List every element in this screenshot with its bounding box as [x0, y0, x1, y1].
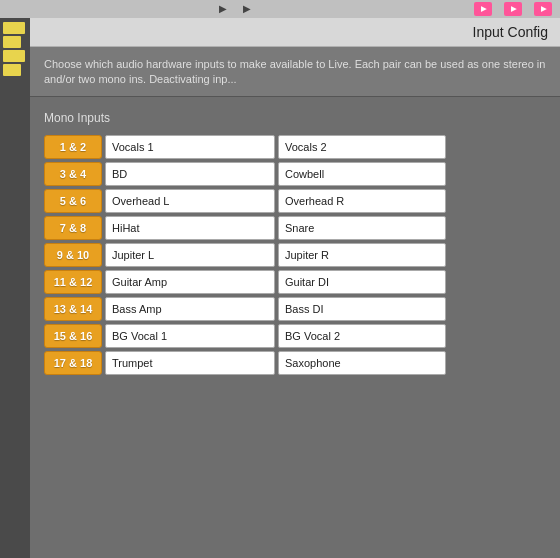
input-left-5[interactable]: Guitar Amp: [105, 270, 275, 294]
input-row: 3 & 4BDCowbell: [44, 162, 546, 186]
input-row: 11 & 12Guitar AmpGuitar DI: [44, 270, 546, 294]
transport-area: ▶ ▶: [8, 3, 462, 14]
input-right-6[interactable]: Bass DI: [278, 297, 446, 321]
input-right-7[interactable]: BG Vocal 2: [278, 324, 446, 348]
input-right-2[interactable]: Overhead R: [278, 189, 446, 213]
input-right-4[interactable]: Jupiter R: [278, 243, 446, 267]
channel-button-0[interactable]: 1 & 2: [44, 135, 102, 159]
pink-btn-3[interactable]: ▶: [534, 2, 552, 16]
input-left-2[interactable]: Overhead L: [105, 189, 275, 213]
input-left-0[interactable]: Vocals 1: [105, 135, 275, 159]
input-row: 1 & 2Vocals 1Vocals 2: [44, 135, 546, 159]
channel-button-3[interactable]: 7 & 8: [44, 216, 102, 240]
left-sidebar: [0, 18, 30, 558]
input-row: 15 & 16BG Vocal 1BG Vocal 2: [44, 324, 546, 348]
channel-button-8[interactable]: 17 & 18: [44, 351, 102, 375]
input-left-4[interactable]: Jupiter L: [105, 243, 275, 267]
input-left-1[interactable]: BD: [105, 162, 275, 186]
description-text: Choose which audio hardware inputs to ma…: [44, 58, 545, 85]
pink-btn-2[interactable]: ▶: [504, 2, 522, 16]
input-right-0[interactable]: Vocals 2: [278, 135, 446, 159]
channel-button-6[interactable]: 13 & 14: [44, 297, 102, 321]
sidebar-track-bar: [3, 64, 21, 76]
input-row: 13 & 14Bass AmpBass DI: [44, 297, 546, 321]
sidebar-track-bar: [3, 50, 25, 62]
input-left-6[interactable]: Bass Amp: [105, 297, 275, 321]
channel-button-2[interactable]: 5 & 6: [44, 189, 102, 213]
input-left-7[interactable]: BG Vocal 1: [105, 324, 275, 348]
mono-inputs-label: Mono Inputs: [44, 111, 546, 125]
play-icon-2[interactable]: ▶: [243, 3, 251, 14]
input-row: 7 & 8HiHatSnare: [44, 216, 546, 240]
channel-button-1[interactable]: 3 & 4: [44, 162, 102, 186]
input-right-8[interactable]: Saxophone: [278, 351, 446, 375]
title-bar: Input Config: [30, 18, 560, 47]
input-left-8[interactable]: Trumpet: [105, 351, 275, 375]
page-title: Input Config: [473, 24, 549, 40]
transport-bar: ▶ ▶ ▶ ▶ ▶: [0, 0, 560, 18]
pink-btn-1[interactable]: ▶: [474, 2, 492, 16]
input-right-5[interactable]: Guitar DI: [278, 270, 446, 294]
sidebar-track-bar: [3, 36, 21, 48]
channel-button-5[interactable]: 11 & 12: [44, 270, 102, 294]
input-right-3[interactable]: Snare: [278, 216, 446, 240]
inputs-container: Mono Inputs 1 & 2Vocals 1Vocals 23 & 4BD…: [30, 97, 560, 558]
input-row: 9 & 10Jupiter LJupiter R: [44, 243, 546, 267]
channel-button-4[interactable]: 9 & 10: [44, 243, 102, 267]
sidebar-track-bar: [3, 22, 25, 34]
input-right-1[interactable]: Cowbell: [278, 162, 446, 186]
description-area: Choose which audio hardware inputs to ma…: [30, 47, 560, 97]
input-row: 5 & 6Overhead LOverhead R: [44, 189, 546, 213]
input-rows-container: 1 & 2Vocals 1Vocals 23 & 4BDCowbell5 & 6…: [44, 135, 546, 375]
input-left-3[interactable]: HiHat: [105, 216, 275, 240]
channel-button-7[interactable]: 15 & 16: [44, 324, 102, 348]
play-icon[interactable]: ▶: [219, 3, 227, 14]
input-row: 17 & 18TrumpetSaxophone: [44, 351, 546, 375]
